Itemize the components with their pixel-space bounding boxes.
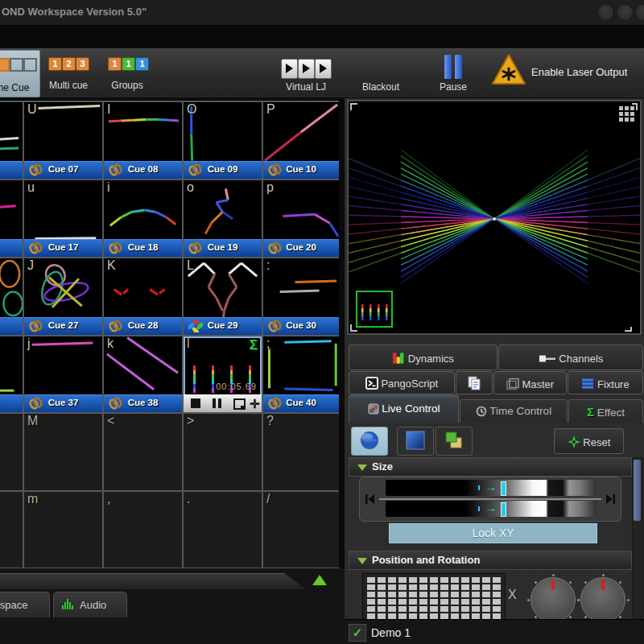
pad-cell[interactable]: [409, 613, 417, 619]
pad-cell[interactable]: [367, 592, 375, 597]
pad-cell[interactable]: [398, 592, 407, 597]
cue-cell[interactable]: oCue 19: [184, 180, 262, 257]
pad-cell[interactable]: [367, 613, 375, 619]
cue-cell[interactable]: [0, 414, 23, 490]
pad-cell[interactable]: [440, 584, 448, 590]
pad-cell[interactable]: [451, 599, 459, 605]
cue-cell[interactable]: >: [184, 414, 262, 490]
pad-cell[interactable]: [367, 599, 375, 605]
pad-cell[interactable]: [398, 613, 407, 619]
pad-cell[interactable]: [419, 592, 427, 597]
cue-cell[interactable]: m: [24, 492, 102, 568]
cue-cell[interactable]: JCue 27: [24, 258, 102, 335]
pad-cell[interactable]: [388, 613, 396, 619]
pad-cell[interactable]: [430, 592, 438, 597]
pad-cell[interactable]: [430, 584, 438, 590]
cue-cell[interactable]: jCue 37: [24, 336, 102, 412]
live-mode-global-button[interactable]: [351, 427, 388, 456]
pad-cell[interactable]: [451, 613, 459, 619]
pad-cell[interactable]: [493, 592, 501, 597]
pad-cell[interactable]: [472, 599, 480, 605]
cue-cell[interactable]: <: [104, 414, 182, 490]
pad-cell[interactable]: [440, 606, 448, 612]
pad-cell[interactable]: [461, 599, 469, 605]
pad-cell[interactable]: [451, 592, 459, 597]
pad-cell[interactable]: [398, 606, 407, 612]
pad-cell[interactable]: [409, 584, 417, 590]
stop-button[interactable]: [191, 398, 200, 408]
master-button[interactable]: Master: [493, 371, 567, 394]
cue-cell[interactable]: UCue 07: [24, 102, 102, 179]
dynamics-button[interactable]: Dynamics: [349, 345, 497, 370]
window-maximize-button[interactable]: [617, 4, 634, 21]
pad-cell[interactable]: [419, 613, 427, 619]
virtual-lj-button[interactable]: Virtual LJ: [280, 49, 332, 96]
pad-cell[interactable]: [388, 584, 396, 590]
cue-cell[interactable]: ,: [104, 492, 182, 568]
pad-cell[interactable]: [419, 584, 427, 590]
pad-cell[interactable]: [440, 592, 448, 597]
cue-cell[interactable]: ;Cue 40: [263, 336, 339, 412]
active-cue-cell[interactable]: lΣ00:05.69✛: [184, 336, 262, 412]
tab-time-control[interactable]: Time Control: [460, 399, 568, 423]
cue-cell[interactable]: /: [263, 492, 339, 568]
tab-effect[interactable]: Σ Effect: [568, 399, 643, 423]
lock-xy-button[interactable]: Lock XY: [389, 523, 597, 543]
pad-cell[interactable]: [440, 613, 448, 619]
pad-cell[interactable]: [440, 599, 448, 605]
pad-cell[interactable]: [482, 613, 490, 619]
window-mode-button[interactable]: [233, 398, 246, 410]
layers-button[interactable]: [436, 427, 473, 456]
blackout-button[interactable]: Blackout: [354, 49, 407, 96]
channels-button[interactable]: Channels: [498, 345, 643, 370]
pad-cell[interactable]: [378, 613, 386, 619]
cue-cell[interactable]: PCue 10: [263, 102, 339, 179]
pad-cell[interactable]: [367, 577, 375, 583]
pad-cell[interactable]: [461, 592, 469, 597]
max-step-button[interactable]: [605, 493, 616, 505]
tab-workspace[interactable]: rkspace: [0, 592, 50, 617]
pad-cell[interactable]: [451, 606, 459, 612]
pad-cell[interactable]: [472, 577, 480, 583]
zone-button[interactable]: [397, 427, 434, 456]
pause-button[interactable]: Pause: [429, 49, 477, 96]
pad-cell[interactable]: [493, 613, 501, 619]
size-x-slider[interactable]: →: [386, 480, 597, 496]
pad-cell[interactable]: [482, 606, 490, 612]
cue-cell[interactable]: [0, 258, 23, 335]
pad-cell[interactable]: [482, 592, 490, 597]
pad-cell[interactable]: [451, 577, 459, 583]
pad-cell[interactable]: [419, 606, 427, 612]
pad-cell[interactable]: [409, 577, 417, 583]
panel-scrollbar[interactable]: [632, 457, 643, 620]
reset-button[interactable]: Reset: [554, 428, 624, 454]
pad-cell[interactable]: [378, 599, 386, 605]
pad-cell[interactable]: [419, 599, 427, 605]
pad-cell[interactable]: [388, 592, 396, 597]
pad-cell[interactable]: [378, 584, 386, 590]
cue-cell[interactable]: uCue 17: [24, 180, 102, 257]
pad-cell[interactable]: [430, 577, 438, 583]
position-pad[interactable]: [362, 573, 506, 621]
pad-cell[interactable]: [388, 606, 396, 612]
cue-cell[interactable]: kCue 38: [104, 336, 182, 412]
window-close-button[interactable]: [635, 4, 644, 21]
pad-cell[interactable]: [419, 577, 427, 583]
pad-cell[interactable]: [472, 592, 480, 597]
pad-cell[interactable]: [409, 606, 417, 612]
pad-cell[interactable]: [398, 577, 407, 583]
pad-cell[interactable]: [409, 592, 417, 597]
pad-cell[interactable]: [430, 599, 438, 605]
window-minimize-button[interactable]: [597, 4, 614, 21]
pad-cell[interactable]: [493, 606, 501, 612]
tab-audio[interactable]: Audio: [53, 592, 127, 617]
pad-cell[interactable]: [367, 606, 375, 612]
cue-cell[interactable]: LCue 29: [184, 258, 262, 335]
position-section-header[interactable]: Position and Rotation: [349, 551, 632, 570]
one-cue-button[interactable]: ne Cue: [0, 50, 40, 97]
pad-cell[interactable]: [482, 577, 490, 583]
pad-cell[interactable]: [472, 613, 480, 619]
pad-cell[interactable]: [461, 584, 469, 590]
fixture-button[interactable]: Fixture: [568, 371, 643, 394]
rotation-knob-2[interactable]: [580, 577, 625, 622]
